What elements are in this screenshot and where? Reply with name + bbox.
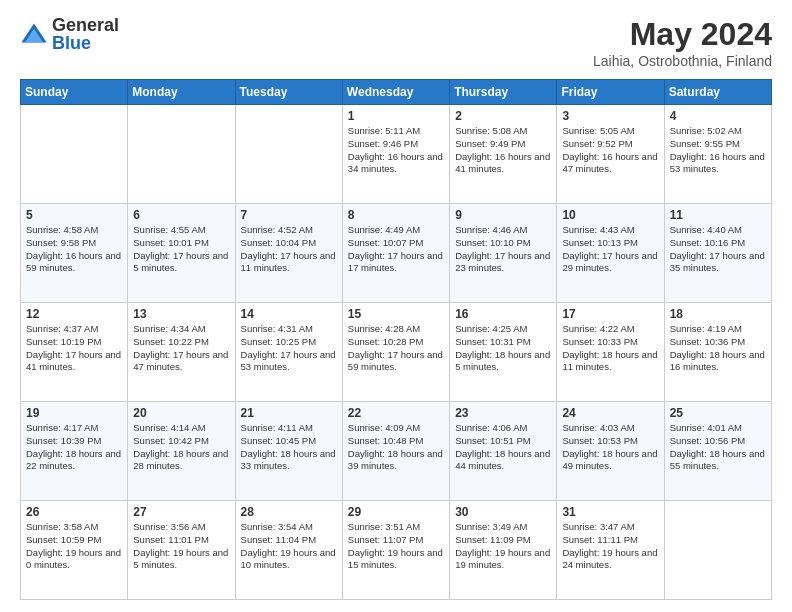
day-number: 6 [133, 208, 229, 222]
calendar-cell: 27Sunrise: 3:56 AM Sunset: 11:01 PM Dayl… [128, 501, 235, 600]
calendar-cell: 26Sunrise: 3:58 AM Sunset: 10:59 PM Dayl… [21, 501, 128, 600]
calendar-cell: 22Sunrise: 4:09 AM Sunset: 10:48 PM Dayl… [342, 402, 449, 501]
day-info: Sunrise: 4:03 AM Sunset: 10:53 PM Daylig… [562, 422, 658, 473]
calendar-cell: 14Sunrise: 4:31 AM Sunset: 10:25 PM Dayl… [235, 303, 342, 402]
calendar-cell [235, 105, 342, 204]
day-number: 16 [455, 307, 551, 321]
month-title: May 2024 [593, 16, 772, 53]
calendar-cell: 9Sunrise: 4:46 AM Sunset: 10:10 PM Dayli… [450, 204, 557, 303]
day-info: Sunrise: 4:09 AM Sunset: 10:48 PM Daylig… [348, 422, 444, 473]
col-header-friday: Friday [557, 80, 664, 105]
day-number: 29 [348, 505, 444, 519]
day-info: Sunrise: 5:02 AM Sunset: 9:55 PM Dayligh… [670, 125, 766, 176]
day-number: 15 [348, 307, 444, 321]
day-info: Sunrise: 4:52 AM Sunset: 10:04 PM Daylig… [241, 224, 337, 275]
day-number: 28 [241, 505, 337, 519]
day-info: Sunrise: 4:17 AM Sunset: 10:39 PM Daylig… [26, 422, 122, 473]
calendar-header-row: SundayMondayTuesdayWednesdayThursdayFrid… [21, 80, 772, 105]
logo-blue: Blue [52, 34, 119, 52]
calendar-cell: 21Sunrise: 4:11 AM Sunset: 10:45 PM Dayl… [235, 402, 342, 501]
calendar-cell: 8Sunrise: 4:49 AM Sunset: 10:07 PM Dayli… [342, 204, 449, 303]
title-area: May 2024 Laihia, Ostrobothnia, Finland [593, 16, 772, 69]
col-header-monday: Monday [128, 80, 235, 105]
day-info: Sunrise: 5:11 AM Sunset: 9:46 PM Dayligh… [348, 125, 444, 176]
calendar-week-5: 26Sunrise: 3:58 AM Sunset: 10:59 PM Dayl… [21, 501, 772, 600]
calendar-cell: 5Sunrise: 4:58 AM Sunset: 9:58 PM Daylig… [21, 204, 128, 303]
calendar-cell: 23Sunrise: 4:06 AM Sunset: 10:51 PM Dayl… [450, 402, 557, 501]
col-header-thursday: Thursday [450, 80, 557, 105]
day-info: Sunrise: 4:37 AM Sunset: 10:19 PM Daylig… [26, 323, 122, 374]
day-number: 27 [133, 505, 229, 519]
day-info: Sunrise: 4:55 AM Sunset: 10:01 PM Daylig… [133, 224, 229, 275]
calendar-week-3: 12Sunrise: 4:37 AM Sunset: 10:19 PM Dayl… [21, 303, 772, 402]
col-header-wednesday: Wednesday [342, 80, 449, 105]
day-info: Sunrise: 4:40 AM Sunset: 10:16 PM Daylig… [670, 224, 766, 275]
calendar-cell: 25Sunrise: 4:01 AM Sunset: 10:56 PM Dayl… [664, 402, 771, 501]
calendar-cell: 17Sunrise: 4:22 AM Sunset: 10:33 PM Dayl… [557, 303, 664, 402]
logo: General Blue [20, 16, 119, 52]
day-info: Sunrise: 3:47 AM Sunset: 11:11 PM Daylig… [562, 521, 658, 572]
calendar-cell: 18Sunrise: 4:19 AM Sunset: 10:36 PM Dayl… [664, 303, 771, 402]
calendar-cell: 11Sunrise: 4:40 AM Sunset: 10:16 PM Dayl… [664, 204, 771, 303]
day-info: Sunrise: 4:25 AM Sunset: 10:31 PM Daylig… [455, 323, 551, 374]
day-info: Sunrise: 4:06 AM Sunset: 10:51 PM Daylig… [455, 422, 551, 473]
header: General Blue May 2024 Laihia, Ostrobothn… [20, 16, 772, 69]
day-info: Sunrise: 4:14 AM Sunset: 10:42 PM Daylig… [133, 422, 229, 473]
calendar-cell: 13Sunrise: 4:34 AM Sunset: 10:22 PM Dayl… [128, 303, 235, 402]
day-number: 4 [670, 109, 766, 123]
day-number: 5 [26, 208, 122, 222]
day-info: Sunrise: 3:56 AM Sunset: 11:01 PM Daylig… [133, 521, 229, 572]
calendar-cell [664, 501, 771, 600]
day-info: Sunrise: 5:08 AM Sunset: 9:49 PM Dayligh… [455, 125, 551, 176]
day-number: 14 [241, 307, 337, 321]
col-header-tuesday: Tuesday [235, 80, 342, 105]
calendar-cell [128, 105, 235, 204]
day-number: 23 [455, 406, 551, 420]
day-number: 24 [562, 406, 658, 420]
day-info: Sunrise: 4:01 AM Sunset: 10:56 PM Daylig… [670, 422, 766, 473]
calendar-cell: 3Sunrise: 5:05 AM Sunset: 9:52 PM Daylig… [557, 105, 664, 204]
calendar-cell: 29Sunrise: 3:51 AM Sunset: 11:07 PM Dayl… [342, 501, 449, 600]
day-info: Sunrise: 3:54 AM Sunset: 11:04 PM Daylig… [241, 521, 337, 572]
day-number: 1 [348, 109, 444, 123]
col-header-saturday: Saturday [664, 80, 771, 105]
day-number: 9 [455, 208, 551, 222]
day-info: Sunrise: 4:11 AM Sunset: 10:45 PM Daylig… [241, 422, 337, 473]
location: Laihia, Ostrobothnia, Finland [593, 53, 772, 69]
logo-text: General Blue [52, 16, 119, 52]
day-info: Sunrise: 3:58 AM Sunset: 10:59 PM Daylig… [26, 521, 122, 572]
day-info: Sunrise: 4:22 AM Sunset: 10:33 PM Daylig… [562, 323, 658, 374]
calendar-cell: 10Sunrise: 4:43 AM Sunset: 10:13 PM Dayl… [557, 204, 664, 303]
day-info: Sunrise: 4:46 AM Sunset: 10:10 PM Daylig… [455, 224, 551, 275]
day-number: 22 [348, 406, 444, 420]
day-number: 20 [133, 406, 229, 420]
day-number: 21 [241, 406, 337, 420]
calendar-cell: 31Sunrise: 3:47 AM Sunset: 11:11 PM Dayl… [557, 501, 664, 600]
day-number: 17 [562, 307, 658, 321]
calendar-cell: 4Sunrise: 5:02 AM Sunset: 9:55 PM Daylig… [664, 105, 771, 204]
calendar-week-1: 1Sunrise: 5:11 AM Sunset: 9:46 PM Daylig… [21, 105, 772, 204]
calendar-week-2: 5Sunrise: 4:58 AM Sunset: 9:58 PM Daylig… [21, 204, 772, 303]
day-number: 30 [455, 505, 551, 519]
day-number: 2 [455, 109, 551, 123]
day-number: 26 [26, 505, 122, 519]
calendar-cell: 19Sunrise: 4:17 AM Sunset: 10:39 PM Dayl… [21, 402, 128, 501]
calendar-week-4: 19Sunrise: 4:17 AM Sunset: 10:39 PM Dayl… [21, 402, 772, 501]
day-number: 8 [348, 208, 444, 222]
calendar-cell [21, 105, 128, 204]
day-info: Sunrise: 4:19 AM Sunset: 10:36 PM Daylig… [670, 323, 766, 374]
calendar-cell: 1Sunrise: 5:11 AM Sunset: 9:46 PM Daylig… [342, 105, 449, 204]
day-info: Sunrise: 3:51 AM Sunset: 11:07 PM Daylig… [348, 521, 444, 572]
calendar-cell: 16Sunrise: 4:25 AM Sunset: 10:31 PM Dayl… [450, 303, 557, 402]
day-number: 19 [26, 406, 122, 420]
calendar-cell: 12Sunrise: 4:37 AM Sunset: 10:19 PM Dayl… [21, 303, 128, 402]
col-header-sunday: Sunday [21, 80, 128, 105]
calendar-table: SundayMondayTuesdayWednesdayThursdayFrid… [20, 79, 772, 600]
calendar-cell: 7Sunrise: 4:52 AM Sunset: 10:04 PM Dayli… [235, 204, 342, 303]
day-info: Sunrise: 4:28 AM Sunset: 10:28 PM Daylig… [348, 323, 444, 374]
day-number: 10 [562, 208, 658, 222]
day-info: Sunrise: 5:05 AM Sunset: 9:52 PM Dayligh… [562, 125, 658, 176]
day-number: 13 [133, 307, 229, 321]
calendar-cell: 20Sunrise: 4:14 AM Sunset: 10:42 PM Dayl… [128, 402, 235, 501]
day-number: 7 [241, 208, 337, 222]
